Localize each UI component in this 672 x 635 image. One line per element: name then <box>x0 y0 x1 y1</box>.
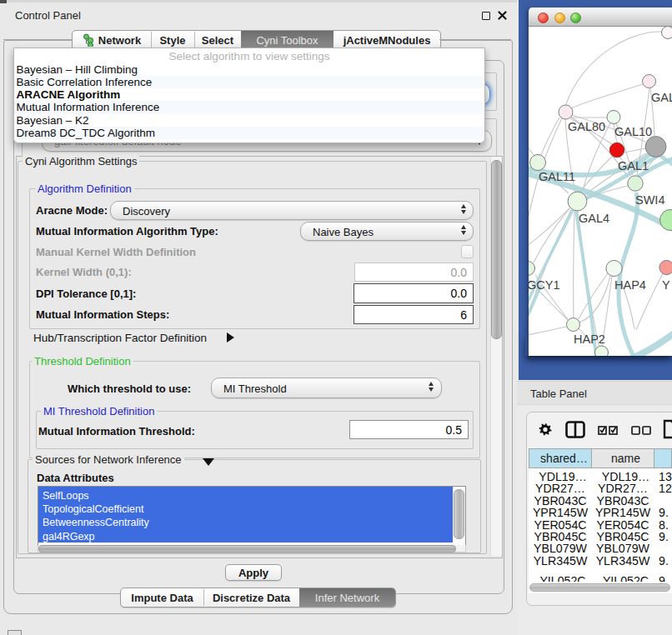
svg-text:HAP4: HAP4 <box>614 278 646 292</box>
svg-text:GAL4: GAL4 <box>579 212 609 225</box>
svg-text:GAL11: GAL11 <box>539 170 575 183</box>
svg-text:GCY1: GCY1 <box>529 278 560 292</box>
svg-text:GAL80: GAL80 <box>568 120 605 133</box>
svg-text:GAL10: GAL10 <box>614 125 652 138</box>
svg-text:Y: Y <box>662 278 670 292</box>
svg-text:GAL: GAL <box>651 91 672 104</box>
svg-text:SWI4: SWI4 <box>635 193 664 207</box>
svg-text:HAP2: HAP2 <box>574 332 605 346</box>
svg-text:GAL1: GAL1 <box>618 159 649 172</box>
